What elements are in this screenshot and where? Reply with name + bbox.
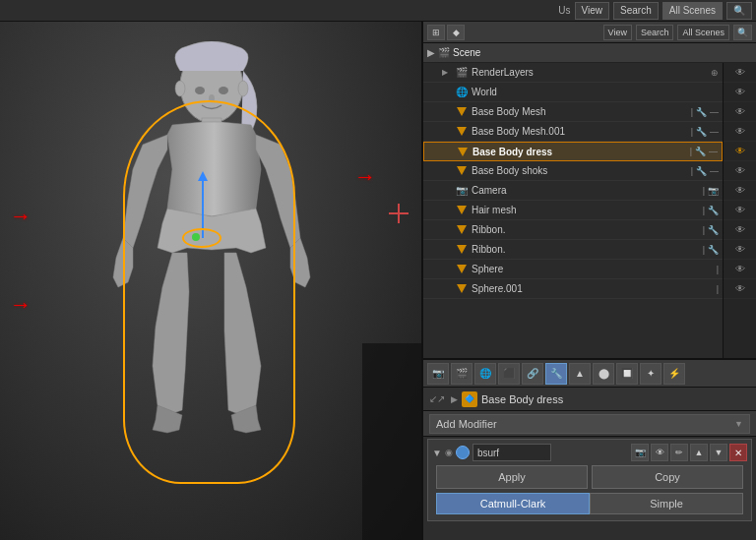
list-item[interactable]: 🌐 World (423, 83, 723, 102)
item-label: Base Body shoks (472, 165, 688, 176)
triangle-icon (457, 206, 467, 214)
simple-btn[interactable]: Simple (590, 493, 743, 514)
list-item[interactable]: Sphere | (423, 260, 723, 279)
search-button[interactable]: Search (613, 2, 659, 20)
particle-prop-btn[interactable]: ✦ (640, 363, 662, 385)
mod-eye-btn[interactable]: 👁 (651, 444, 668, 461)
restrict-icon: — (710, 127, 719, 137)
grid-bg (362, 343, 421, 540)
render-prop-btn[interactable]: 📷 (427, 363, 449, 385)
list-item-selected[interactable]: Base Body dress | 🔧 — (423, 142, 723, 161)
constraint-circle (182, 228, 221, 248)
mod-edit-btn[interactable]: ✏ (670, 444, 688, 461)
search-menu-btn[interactable]: Search (636, 25, 674, 40)
object-prop-btn[interactable]: ⬛ (498, 363, 520, 385)
modifier-prop-btn[interactable]: 🔧 (545, 363, 567, 385)
outliner-header: ⊞ ◆ View Search All Scenes 🔍 (423, 22, 756, 43)
list-item[interactable]: 📷 Camera | 📷 (423, 181, 723, 201)
arrow-left-2: → (10, 292, 32, 318)
scene-header: ▶ 🎬 Scene (423, 43, 756, 63)
scene-prop-btn[interactable]: 🎬 (451, 363, 472, 385)
restrict-eye[interactable]: 👁 (724, 142, 756, 161)
item-label: Camera (472, 185, 700, 196)
item-label: Sphere (472, 264, 714, 274)
item-label: Base Body dress (472, 147, 687, 157)
prop-nav-icon: ▶ (451, 394, 458, 404)
material-prop-btn[interactable]: ⬤ (593, 363, 614, 385)
physics-prop-btn[interactable]: ⚡ (663, 363, 685, 385)
right-panel: ⊞ ◆ View Search All Scenes 🔍 ▶ 🎬 Scene ▶ (423, 22, 756, 540)
pipe-icon: | (703, 186, 705, 196)
mesh-icon (455, 204, 469, 217)
all-scenes-button[interactable]: All Scenes (662, 2, 723, 20)
restrict-eye[interactable]: 👁 (724, 122, 756, 142)
mod-render-btn[interactable]: 📷 (631, 444, 649, 461)
copy-button[interactable]: Copy (592, 465, 743, 489)
restrict-eye[interactable]: 👁 (724, 63, 756, 83)
viewport[interactable]: → → → (0, 22, 423, 540)
expand-icon: ▶ (442, 68, 452, 77)
prop-context-row: ↙↗ ▶ 🔷 Base Body dress (423, 388, 756, 411)
view-button[interactable]: View (575, 2, 610, 20)
restrict-eye[interactable]: 👁 (724, 279, 756, 299)
search-icon-button[interactable]: 🔍 (726, 2, 752, 20)
list-item[interactable]: Base Body Mesh | 🔧 — (423, 102, 723, 122)
restrict-eye[interactable]: 👁 (724, 181, 756, 201)
list-item[interactable]: Sphere.001 | (423, 279, 723, 299)
constraint-prop-btn[interactable]: 🔗 (522, 363, 543, 385)
restrict-eye[interactable]: 👁 (724, 161, 756, 181)
all-scenes-menu-btn[interactable]: All Scenes (677, 25, 729, 40)
world-icon: 🌐 (455, 86, 469, 99)
mod-close-btn[interactable]: ✕ (729, 444, 747, 461)
pipe-icon: | (717, 265, 719, 274)
outliner-expand-btn[interactable]: ◆ (447, 25, 465, 40)
restrict-eye[interactable]: 👁 (724, 220, 756, 240)
restrict-icon: — (710, 166, 719, 176)
item-label: Hair mesh (472, 205, 700, 215)
svg-point-3 (219, 87, 228, 94)
restrict-icon: — (710, 107, 719, 117)
item-label: Ribbon. (472, 244, 700, 255)
mod-down-btn[interactable]: ▼ (710, 444, 727, 461)
view-menu-btn[interactable]: View (603, 25, 632, 40)
data-prop-btn[interactable]: ▲ (569, 363, 591, 385)
camera-icon: 📷 (455, 184, 469, 198)
mod-expand-icon[interactable]: ▼ (432, 448, 442, 458)
mesh-icon (455, 243, 469, 257)
restrict-eye[interactable]: 👁 (724, 83, 756, 102)
list-item[interactable]: Base Body shoks | 🔧 — (423, 161, 723, 181)
mesh-icon (455, 223, 469, 237)
tool-icon: 🔧 (708, 245, 719, 255)
pipe-icon: | (703, 225, 705, 235)
world-prop-btn[interactable]: 🌐 (474, 363, 496, 385)
list-item[interactable]: Base Body Mesh.001 | 🔧 — (423, 122, 723, 142)
svg-point-5 (175, 81, 185, 96)
triangle-icon (457, 265, 467, 273)
restrict-eye[interactable]: 👁 (724, 240, 756, 260)
modifier-action-buttons: Apply Copy (432, 463, 747, 491)
apply-button[interactable]: Apply (436, 465, 588, 489)
outliner-toolbar: ⊞ ◆ (427, 25, 465, 40)
list-item[interactable]: Ribbon. | 🔧 (423, 240, 723, 260)
triangle-icon (457, 127, 467, 136)
mod-up-btn[interactable]: ▲ (690, 444, 708, 461)
mod-toggle-btn[interactable] (456, 446, 470, 459)
restrict-eye[interactable]: 👁 (724, 201, 756, 220)
restrict-eye[interactable]: 👁 (724, 102, 756, 122)
us-label: Us (558, 5, 570, 16)
outliner-layout-btn[interactable]: ⊞ (427, 25, 445, 40)
list-item[interactable]: ▶ 🎬 RenderLayers ⊕ (423, 63, 723, 83)
add-modifier-btn[interactable]: Add Modifier ▼ (429, 414, 750, 434)
viewport-bg: → → → (0, 22, 421, 540)
item-label: Ribbon. (472, 224, 700, 235)
texture-prop-btn[interactable]: 🔲 (616, 363, 638, 385)
restrict-eye[interactable]: 👁 (724, 260, 756, 279)
mesh-icon (455, 105, 469, 119)
outliner-search-btn[interactable]: 🔍 (733, 25, 752, 40)
restrict-column: 👁 👁 👁 👁 👁 👁 👁 👁 👁 👁 👁 👁 (723, 63, 756, 358)
prop-expand-icons: ↙↗ (429, 393, 445, 404)
list-item[interactable]: Hair mesh | 🔧 (423, 201, 723, 220)
catmull-clark-btn[interactable]: Catmull-Clark (436, 493, 590, 514)
list-item[interactable]: Ribbon. | 🔧 (423, 220, 723, 240)
svg-point-6 (238, 81, 248, 96)
